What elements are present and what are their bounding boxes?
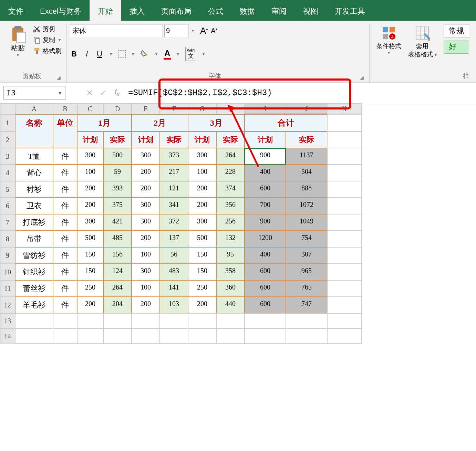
cell-I6[interactable]: 700 xyxy=(245,198,286,214)
cell-J3[interactable]: 1137 xyxy=(286,148,327,165)
cell-I3[interactable]: 900 xyxy=(245,148,286,165)
cell-empty-14-2[interactable] xyxy=(77,328,103,344)
cell-E4[interactable]: 200 xyxy=(132,165,160,181)
style-normal[interactable]: 常规 xyxy=(444,24,469,38)
name-box[interactable]: I3 ▾ xyxy=(3,86,65,100)
cell-empty-13-3[interactable] xyxy=(103,313,132,328)
row-header-6[interactable]: 6 xyxy=(0,198,15,214)
cell-J11[interactable]: 765 xyxy=(286,280,327,297)
row-header-11[interactable]: 11 xyxy=(0,280,15,297)
cell-E6[interactable]: 300 xyxy=(132,198,160,214)
cell-G4[interactable]: 100 xyxy=(188,165,216,181)
tab-formulas[interactable]: 公式 xyxy=(200,0,231,21)
cell-C10[interactable]: 150 xyxy=(77,264,103,280)
row-header-7[interactable]: 7 xyxy=(0,214,15,231)
cell-K5[interactable] xyxy=(327,181,362,198)
cut-button[interactable]: 剪切 xyxy=(32,24,63,34)
row-header-8[interactable]: 8 xyxy=(0,231,15,247)
row-header-12[interactable]: 12 xyxy=(0,297,15,313)
cell-empty-13-10[interactable] xyxy=(327,313,362,328)
cell-I11[interactable]: 600 xyxy=(245,280,286,297)
accept-formula-button[interactable]: ✓ xyxy=(96,88,110,98)
cell-J7[interactable]: 1049 xyxy=(286,214,327,231)
formula-input[interactable]: =SUMIF($C$2:$H$2,I$2,$C3:$H3) xyxy=(124,86,476,99)
cell-C9[interactable]: 150 xyxy=(77,247,103,264)
decrease-font-button[interactable]: A▾ xyxy=(209,26,218,35)
col-header-J[interactable]: J xyxy=(286,103,327,114)
cell-F11[interactable]: 141 xyxy=(160,280,188,297)
cell-K3[interactable] xyxy=(327,148,362,165)
cell-H7[interactable]: 256 xyxy=(216,214,245,231)
cell-A8[interactable]: 吊带 xyxy=(15,231,53,247)
tab-review[interactable]: 审阅 xyxy=(263,0,295,21)
cell-D5[interactable]: 393 xyxy=(103,181,132,198)
cell-H8[interactable]: 132 xyxy=(216,231,245,247)
col-header-I[interactable]: I xyxy=(245,103,286,114)
italic-button[interactable]: I xyxy=(84,49,89,59)
cell-K12[interactable] xyxy=(327,297,362,313)
cell-empty-14-6[interactable] xyxy=(188,328,216,344)
style-good[interactable]: 好 xyxy=(444,40,469,54)
row-header-10[interactable]: 10 xyxy=(0,264,15,280)
cell-empty-13-1[interactable] xyxy=(53,313,77,328)
cell-E5[interactable]: 200 xyxy=(132,181,160,198)
cell-B4[interactable]: 件 xyxy=(53,165,77,181)
cell-G3[interactable]: 300 xyxy=(188,148,216,165)
cell-B6[interactable]: 件 xyxy=(53,198,77,214)
cell-C6[interactable]: 200 xyxy=(77,198,103,214)
cell-empty-13-0[interactable] xyxy=(15,313,53,328)
tab-excel-finance[interactable]: Excel与财务 xyxy=(32,0,90,21)
cell-B12[interactable]: 件 xyxy=(53,297,77,313)
cell-C12[interactable]: 200 xyxy=(77,297,103,313)
cell-C4[interactable]: 100 xyxy=(77,165,103,181)
tab-data[interactable]: 数据 xyxy=(231,0,263,21)
cell-empty-13-4[interactable] xyxy=(132,313,160,328)
cell-D12[interactable]: 204 xyxy=(103,297,132,313)
cell-B11[interactable]: 件 xyxy=(53,280,77,297)
cell-A4[interactable]: 背心 xyxy=(15,165,53,181)
underline-button[interactable]: U xyxy=(95,49,104,59)
col-header-K[interactable]: K xyxy=(327,103,362,114)
tab-home[interactable]: 开始 xyxy=(90,0,121,21)
cell-A9[interactable]: 雪纺衫 xyxy=(15,247,53,264)
cell-K9[interactable] xyxy=(327,247,362,264)
cell-I10[interactable]: 600 xyxy=(245,264,286,280)
cell-C8[interactable]: 500 xyxy=(77,231,103,247)
cell-D4[interactable]: 59 xyxy=(103,165,132,181)
row-header-14[interactable]: 14 xyxy=(0,328,15,344)
tab-view[interactable]: 视图 xyxy=(295,0,327,21)
cell-C5[interactable]: 200 xyxy=(77,181,103,198)
row-header-1[interactable]: 1 xyxy=(0,114,15,132)
fill-color-button[interactable] xyxy=(140,49,149,59)
cell-J12[interactable]: 747 xyxy=(286,297,327,313)
cell-H5[interactable]: 374 xyxy=(216,181,245,198)
cell-K4[interactable] xyxy=(327,165,362,181)
tab-developer[interactable]: 开发工具 xyxy=(327,0,373,21)
row-header-2[interactable]: 2 xyxy=(0,132,15,148)
cell-F3[interactable]: 373 xyxy=(160,148,188,165)
cell-J4[interactable]: 504 xyxy=(286,165,327,181)
cell-D3[interactable]: 500 xyxy=(103,148,132,165)
cell-G12[interactable]: 200 xyxy=(188,297,216,313)
cell-empty-13-6[interactable] xyxy=(188,313,216,328)
cell-E11[interactable]: 100 xyxy=(132,280,160,297)
font-size-select[interactable] xyxy=(164,24,188,37)
cell-G5[interactable]: 200 xyxy=(188,181,216,198)
cell-B3[interactable]: 件 xyxy=(53,148,77,165)
cell-I9[interactable]: 400 xyxy=(245,247,286,264)
cell-I8[interactable]: 1200 xyxy=(245,231,286,247)
cell-D9[interactable]: 156 xyxy=(103,247,132,264)
cell-F7[interactable]: 372 xyxy=(160,214,188,231)
cell-G11[interactable]: 250 xyxy=(188,280,216,297)
copy-button[interactable]: 复制▾ xyxy=(32,35,63,45)
cell-F10[interactable]: 483 xyxy=(160,264,188,280)
cell-D8[interactable]: 485 xyxy=(103,231,132,247)
cell-K2[interactable] xyxy=(327,132,362,148)
cell-B8[interactable]: 件 xyxy=(53,231,77,247)
cell-E3[interactable]: 300 xyxy=(132,148,160,165)
cell-I12[interactable]: 600 xyxy=(245,297,286,313)
cell-H10[interactable]: 358 xyxy=(216,264,245,280)
cell-A6[interactable]: 卫衣 xyxy=(15,198,53,214)
conditional-format-button[interactable]: ≠ 条件格式 ▾ xyxy=(373,24,405,56)
cell-J9[interactable]: 307 xyxy=(286,247,327,264)
